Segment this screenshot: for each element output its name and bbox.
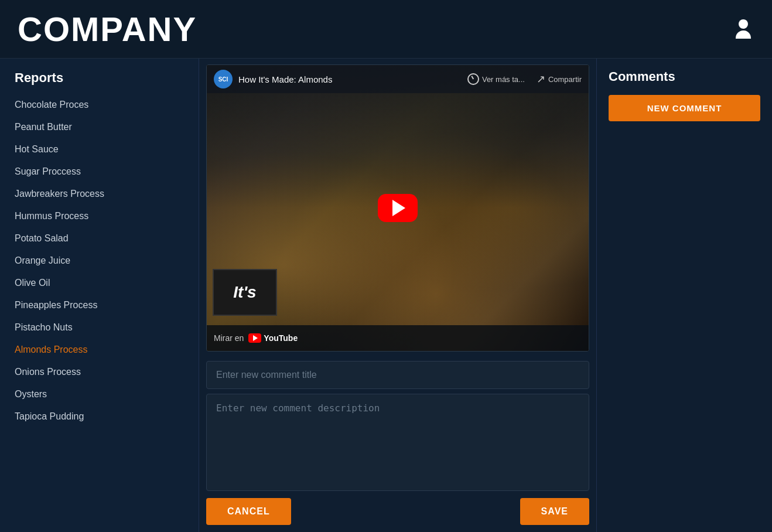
sidebar-item-tapioca-pudding[interactable]: Tapioca Pudding	[0, 405, 199, 428]
play-button-container[interactable]	[378, 194, 418, 222]
share-label: Compartir	[548, 75, 582, 84]
comment-form: CANCEL SAVE	[199, 356, 596, 532]
youtube-label: YouTube	[264, 333, 298, 343]
video-area: SCI How It's Made: Almonds Ver más ta...…	[199, 59, 596, 356]
preview-card: It's	[213, 269, 277, 316]
clock-icon	[467, 73, 479, 85]
youtube-play-icon	[248, 333, 261, 343]
sidebar-item-hot-sauce[interactable]: Hot Sauce	[0, 138, 199, 161]
sidebar-item-potato-salad[interactable]: Potato Salad	[0, 227, 199, 250]
company-title: COMPANY	[18, 9, 197, 49]
sidebar-item-pineapples-process[interactable]: Pineapples Process	[0, 294, 199, 316]
play-button[interactable]	[378, 194, 418, 222]
main-layout: Reports Chocolate Proces Peanut Butter H…	[0, 59, 772, 532]
comments-heading: Comments	[609, 69, 760, 84]
video-header-bar: SCI How It's Made: Almonds Ver más ta...…	[207, 65, 589, 93]
video-header-actions: Ver más ta... ↗ Compartir	[467, 73, 582, 86]
sidebar: Reports Chocolate Proces Peanut Butter H…	[0, 59, 199, 532]
clock-hand	[471, 76, 473, 79]
sci-channel-badge: SCI	[214, 70, 233, 88]
new-comment-button[interactable]: NEW COMMENT	[609, 95, 760, 121]
sidebar-item-hummus-process[interactable]: Hummus Process	[0, 205, 199, 227]
sidebar-item-pistacho-nuts[interactable]: Pistacho Nuts	[0, 316, 199, 339]
sidebar-item-chocolate-proces[interactable]: Chocolate Proces	[0, 94, 199, 116]
sidebar-item-olive-oil[interactable]: Olive Oil	[0, 272, 199, 294]
sidebar-item-onions-process[interactable]: Onions Process	[0, 361, 199, 383]
sidebar-item-peanut-butter[interactable]: Peanut Butter	[0, 116, 199, 138]
sidebar-item-jawbreakers-process[interactable]: Jawbreakers Process	[0, 183, 199, 205]
sidebar-heading: Reports	[0, 70, 199, 94]
comment-buttons: CANCEL SAVE	[206, 496, 589, 526]
comment-title-input[interactable]	[206, 361, 589, 389]
youtube-logo: YouTube	[248, 333, 298, 343]
user-head	[739, 19, 748, 29]
user-body	[736, 30, 751, 39]
sidebar-item-orange-juice[interactable]: Orange Juice	[0, 250, 199, 272]
play-icon	[392, 200, 405, 216]
sidebar-item-oysters[interactable]: Oysters	[0, 383, 199, 405]
right-panel: Comments NEW COMMENT	[596, 59, 772, 532]
comment-description-input[interactable]	[206, 394, 589, 491]
share-button[interactable]: ↗ Compartir	[537, 73, 582, 86]
watch-later-button[interactable]: Ver más ta...	[467, 73, 525, 85]
watch-later-label: Ver más ta...	[482, 75, 525, 84]
youtube-play-triangle	[253, 335, 258, 341]
app-header: COMPANY	[0, 0, 772, 59]
video-embed[interactable]: SCI How It's Made: Almonds Ver más ta...…	[206, 64, 589, 352]
sidebar-item-almonds-process[interactable]: Almonds Process	[0, 339, 199, 361]
preview-text: It's	[233, 283, 256, 302]
cancel-button[interactable]: CANCEL	[206, 498, 291, 525]
sidebar-item-sugar-proccess[interactable]: Sugar Proccess	[0, 161, 199, 183]
video-bottom-bar: Mirar en YouTube	[207, 325, 589, 351]
share-icon: ↗	[537, 73, 545, 86]
save-button[interactable]: SAVE	[520, 498, 589, 525]
watch-on-label: Mirar en	[214, 333, 244, 343]
user-profile-icon[interactable]	[732, 18, 754, 40]
center-content: SCI How It's Made: Almonds Ver más ta...…	[199, 59, 596, 532]
video-title: How It's Made: Almonds	[238, 74, 462, 84]
